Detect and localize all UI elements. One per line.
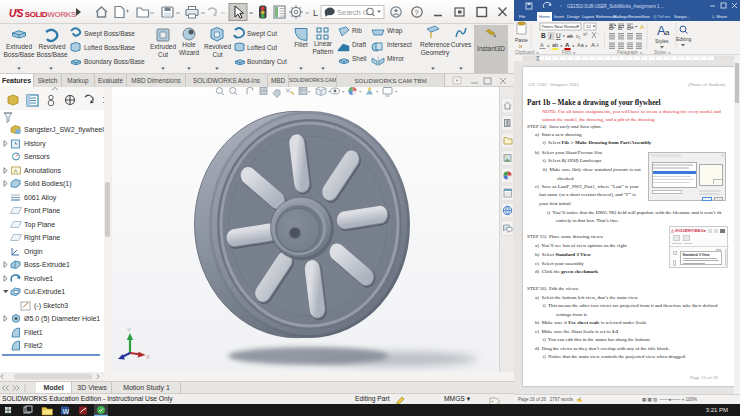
svg-text:A: A xyxy=(591,42,595,48)
svg-text:Times New Roman: Times New Roman xyxy=(542,24,579,29)
svg-text:A: A xyxy=(540,42,544,48)
svg-text:12: 12 xyxy=(586,24,591,29)
svg-text:A: A xyxy=(640,24,644,30)
svg-text:Aa: Aa xyxy=(577,42,585,48)
svg-text:X: X xyxy=(146,354,150,360)
svg-text:L: L xyxy=(313,8,318,18)
svg-text:⤷: ⤷ xyxy=(597,31,600,36)
svg-text:ab: ab xyxy=(567,33,573,39)
svg-text:I: I xyxy=(550,33,552,40)
svg-text:B: B xyxy=(541,32,546,39)
svg-text:Font ⌅: Font ⌅ xyxy=(562,50,576,55)
svg-text:A: A xyxy=(596,43,599,48)
svg-text:?: ? xyxy=(415,8,419,17)
svg-text:ab: ab xyxy=(552,42,558,48)
svg-text:Styles: Styles xyxy=(655,38,669,44)
svg-text:Styles ⌅: Styles ⌅ xyxy=(654,50,671,55)
svg-text:a: a xyxy=(665,28,670,37)
svg-text:Clipboard ⌅: Clipboard ⌅ xyxy=(515,50,539,55)
svg-text:A: A xyxy=(14,168,18,174)
svg-text:x₂: x₂ xyxy=(576,33,581,39)
svg-text:x²: x² xyxy=(583,31,588,37)
svg-text:A: A xyxy=(565,42,570,48)
svg-text:Paragraph ⌅: Paragraph ⌅ xyxy=(617,50,643,55)
svg-text:U: U xyxy=(556,32,561,39)
svg-text:Paste: Paste xyxy=(515,37,528,43)
svg-text:▴: ▴ xyxy=(614,22,616,27)
svg-text:Search C: Search C xyxy=(337,8,369,17)
svg-text:Editing: Editing xyxy=(676,36,692,42)
svg-text:Y: Y xyxy=(127,327,131,333)
svg-text:W: W xyxy=(63,408,70,415)
